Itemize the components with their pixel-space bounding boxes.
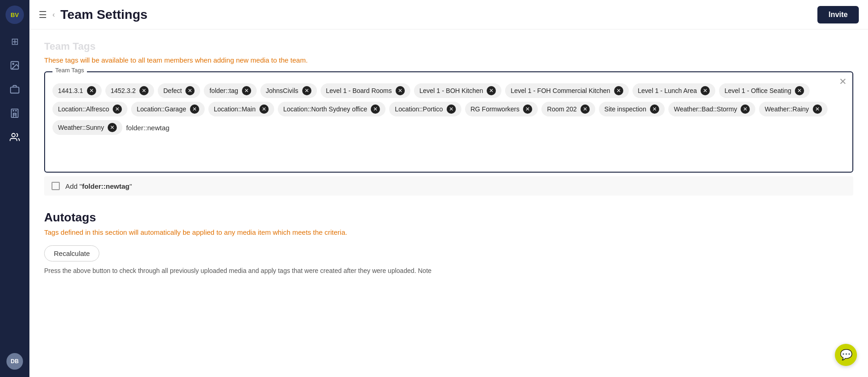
tag-label: Level 1 - BOH Kitchen: [420, 87, 483, 94]
user-avatar[interactable]: DB: [0, 349, 29, 373]
tag-remove-button[interactable]: ✕: [795, 86, 804, 95]
tag-remove-button[interactable]: ✕: [259, 104, 269, 114]
tag-label: Site inspection: [604, 105, 646, 113]
page-content: Team Tags These tags will be available t…: [29, 29, 868, 377]
tag-label: 1441.3.1: [58, 87, 83, 94]
sidebar-item-images[interactable]: [0, 53, 29, 77]
team-tags-legend: Team Tags: [52, 67, 87, 74]
tag-remove-button[interactable]: ✕: [523, 104, 532, 114]
invite-button[interactable]: Invite: [817, 6, 859, 23]
autotags-note: Press the above button to check through …: [44, 267, 853, 274]
tag-label: folder::tag: [209, 87, 238, 94]
tag-label: Location::Garage: [137, 105, 186, 113]
header: ☰ ‹ Team Settings Invite: [29, 0, 868, 29]
tag-remove-button[interactable]: ✕: [302, 86, 311, 95]
tag-label: Level 1 - Board Rooms: [326, 87, 392, 94]
svg-point-9: [13, 110, 14, 111]
close-button[interactable]: ✕: [839, 76, 847, 87]
tag-remove-button[interactable]: ✕: [371, 104, 380, 114]
tag-remove-button[interactable]: ✕: [701, 86, 710, 95]
sidebar-item-building[interactable]: [0, 101, 29, 125]
tag-remove-button[interactable]: ✕: [813, 104, 822, 114]
tag-item: Level 1 - Board Rooms✕: [321, 83, 410, 98]
autotags-title: Autotags: [44, 210, 853, 225]
sidebar-item-users[interactable]: [0, 125, 29, 149]
tag-remove-button[interactable]: ✕: [447, 104, 456, 114]
tag-input[interactable]: [126, 124, 213, 132]
tag-item: Room 202✕: [541, 102, 595, 116]
logo-text: BV: [11, 12, 19, 18]
sidebar-item-grid[interactable]: ⊞: [0, 29, 29, 53]
tag-label: Weather::Bad::Stormy: [674, 105, 737, 113]
tag-remove-button[interactable]: ✕: [190, 104, 199, 114]
tag-item: Site inspection✕: [599, 102, 665, 116]
tag-remove-button[interactable]: ✕: [242, 86, 251, 95]
tag-item: Weather::Sunny✕: [52, 120, 122, 135]
tag-label: Level 1 - Office Seating: [724, 87, 791, 94]
back-button[interactable]: ‹: [52, 11, 55, 19]
tag-remove-button[interactable]: ✕: [487, 86, 496, 95]
svg-point-1: [12, 63, 14, 64]
tag-item: RG Formworkers✕: [465, 102, 538, 116]
svg-rect-6: [13, 113, 16, 115]
tag-item: Weather::Bad::Stormy✕: [668, 102, 755, 116]
svg-point-10: [16, 110, 17, 111]
add-label: Add "folder::newtag": [65, 182, 132, 190]
tag-remove-button[interactable]: ✕: [87, 86, 96, 95]
tag-remove-button[interactable]: ✕: [396, 86, 405, 95]
tag-label: Level 1 - FOH Commercial Kitchen: [511, 87, 610, 94]
tag-label: 1452.3.2: [111, 87, 136, 94]
tag-remove-button[interactable]: ✕: [113, 104, 122, 114]
sidebar: BV ⊞ DB: [0, 0, 29, 377]
tag-input-area: [126, 120, 213, 135]
tag-remove-button[interactable]: ✕: [614, 86, 623, 95]
tag-label: Defect: [163, 87, 182, 94]
tag-item: Level 1 - Office Seating✕: [719, 83, 810, 98]
team-tags-container: Team Tags 1441.3.1✕1452.3.2✕Defect✕folde…: [44, 71, 853, 173]
tag-label: Weather::Rainy: [765, 105, 809, 113]
chat-bubble[interactable]: 💬: [835, 344, 857, 366]
tag-remove-button[interactable]: ✕: [741, 104, 750, 114]
tag-remove-button[interactable]: ✕: [139, 86, 149, 95]
tag-label: Room 202: [547, 105, 577, 113]
tag-item: Defect✕: [158, 83, 200, 98]
tag-item: folder::tag✕: [204, 83, 256, 98]
tag-item: 1452.3.2✕: [105, 83, 155, 98]
tag-item: JohnsCivils✕: [260, 83, 317, 98]
page-title: Team Settings: [60, 7, 817, 22]
recalculate-button[interactable]: Recalculate: [44, 245, 99, 261]
tag-item: Location::North Sydney office✕: [278, 102, 386, 116]
logo-wrap: BV: [0, 0, 29, 29]
svg-rect-2: [11, 87, 19, 93]
chat-icon: 💬: [840, 349, 852, 361]
tag-item: Location::Portico✕: [389, 102, 461, 116]
tag-label: Location::Main: [214, 105, 256, 113]
tag-label: Location::Alfresco: [58, 105, 109, 113]
add-suggestion-value: folder::newtag: [82, 182, 129, 190]
tag-remove-button[interactable]: ✕: [650, 104, 659, 114]
sidebar-item-briefcase[interactable]: [0, 77, 29, 101]
tag-label: RG Formworkers: [471, 105, 520, 113]
team-tags-description: These tags will be available to all team…: [44, 56, 853, 64]
tag-label: Location::North Sydney office: [283, 105, 368, 113]
logo[interactable]: BV: [6, 6, 24, 24]
tag-item: Weather::Rainy✕: [759, 102, 827, 116]
tag-label: JohnsCivils: [266, 87, 299, 94]
tags-area: 1441.3.1✕1452.3.2✕Defect✕folder::tag✕Joh…: [52, 80, 845, 135]
tag-remove-button[interactable]: ✕: [108, 123, 117, 132]
tag-item: Location::Alfresco✕: [52, 102, 127, 116]
tag-item: Location::Garage✕: [131, 102, 204, 116]
tag-item: 1441.3.1✕: [52, 83, 102, 98]
svg-point-11: [12, 133, 15, 137]
page-subtitle: Team Tags: [44, 41, 853, 52]
tag-remove-button[interactable]: ✕: [185, 86, 195, 95]
menu-button[interactable]: ☰: [39, 9, 47, 20]
add-suggestion: Add "folder::newtag": [44, 176, 853, 196]
tag-item: Level 1 - BOH Kitchen✕: [414, 83, 502, 98]
tag-label: Level 1 - Lunch Area: [638, 87, 697, 94]
add-checkbox[interactable]: [52, 182, 60, 190]
tag-remove-button[interactable]: ✕: [581, 104, 590, 114]
tag-item: Level 1 - FOH Commercial Kitchen✕: [505, 83, 628, 98]
tag-item: Location::Main✕: [208, 102, 274, 116]
main-content: ☰ ‹ Team Settings Invite Team Tags These…: [29, 0, 868, 377]
